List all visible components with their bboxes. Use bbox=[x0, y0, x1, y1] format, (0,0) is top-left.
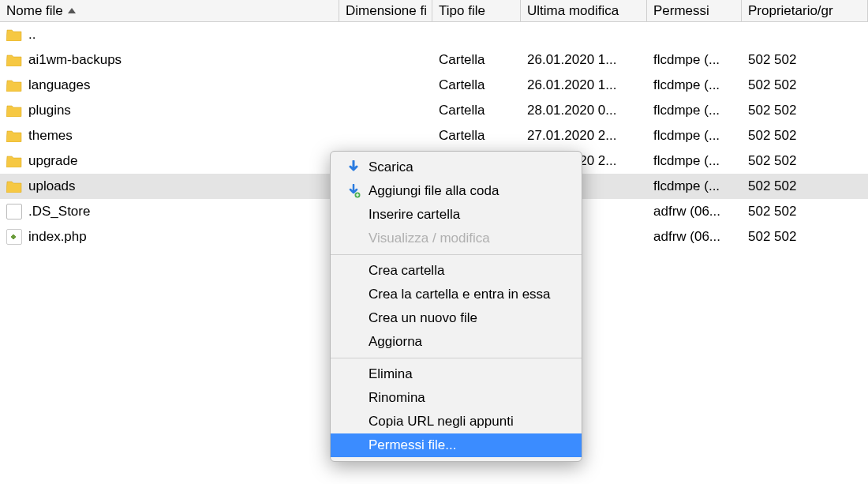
folder-icon bbox=[6, 54, 22, 66]
menu-label: Crea la cartella e entra in essa bbox=[369, 287, 551, 302]
menu-item-view-edit: Visualizza / modifica bbox=[331, 227, 582, 250]
file-name: languages bbox=[28, 77, 90, 93]
context-menu: Scarica Aggiungi file alla coda Inserire… bbox=[330, 151, 582, 462]
menu-item-create-folder[interactable]: Crea cartella bbox=[331, 259, 582, 283]
menu-item-enter-folder[interactable]: Inserire cartella bbox=[331, 203, 582, 227]
menu-separator bbox=[331, 358, 582, 358]
column-header-row[interactable]: Nome file Dimensione fi Tipo file Ultima… bbox=[0, 0, 868, 22]
file-name: .DS_Store bbox=[28, 204, 90, 219]
table-row[interactable]: plugins Cartella 28.01.2020 0... flcdmpe… bbox=[0, 98, 868, 123]
menu-item-refresh[interactable]: Aggiorna bbox=[331, 330, 582, 354]
column-header-owner[interactable]: Proprietario/gr bbox=[742, 0, 868, 22]
table-row[interactable]: ai1wm-backups Cartella 26.01.2020 1... f… bbox=[0, 47, 868, 73]
php-file-icon bbox=[6, 229, 22, 245]
file-icon bbox=[6, 204, 22, 219]
table-row[interactable]: themes Cartella 27.01.2020 2... flcdmpe … bbox=[0, 123, 868, 148]
column-header-size[interactable]: Dimensione fi bbox=[339, 0, 432, 22]
column-label: Nome file bbox=[6, 3, 63, 19]
menu-label: Aggiorna bbox=[369, 334, 422, 350]
folder-icon bbox=[6, 180, 22, 193]
folder-icon bbox=[6, 155, 22, 167]
menu-item-create-file[interactable]: Crea un nuovo file bbox=[331, 306, 582, 330]
column-header-name[interactable]: Nome file bbox=[0, 0, 339, 22]
menu-label: Crea un nuovo file bbox=[369, 310, 477, 326]
file-name: ai1wm-backups bbox=[28, 52, 122, 68]
file-name: themes bbox=[28, 128, 73, 144]
menu-item-download[interactable]: Scarica bbox=[331, 156, 582, 179]
menu-item-create-folder-enter[interactable]: Crea la cartella e entra in essa bbox=[331, 283, 582, 306]
sort-ascending-icon bbox=[68, 8, 76, 13]
table-row[interactable]: languages Cartella 26.01.2020 1... flcdm… bbox=[0, 73, 868, 98]
menu-item-add-queue[interactable]: Aggiungi file alla coda bbox=[331, 179, 582, 203]
folder-icon bbox=[6, 28, 22, 41]
menu-item-delete[interactable]: Elimina bbox=[331, 362, 582, 386]
folder-icon bbox=[6, 104, 22, 117]
menu-label: Visualizza / modifica bbox=[369, 231, 490, 246]
file-name: plugins bbox=[28, 103, 71, 118]
menu-separator bbox=[331, 254, 582, 255]
menu-label: Permessi file... bbox=[369, 437, 456, 453]
file-name: index.php bbox=[28, 229, 87, 245]
column-header-permissions[interactable]: Permessi bbox=[647, 0, 742, 22]
file-name: .. bbox=[28, 27, 36, 43]
menu-label: Rinomina bbox=[369, 390, 425, 406]
file-name: uploads bbox=[28, 178, 76, 194]
column-header-modified[interactable]: Ultima modifica bbox=[521, 0, 647, 22]
download-arrow-icon bbox=[346, 160, 361, 174]
menu-label: Crea cartella bbox=[369, 263, 444, 279]
menu-label: Elimina bbox=[369, 366, 413, 382]
folder-icon bbox=[6, 79, 22, 92]
file-name: upgrade bbox=[28, 153, 77, 169]
menu-label: Aggiungi file alla coda bbox=[369, 183, 499, 199]
column-header-type[interactable]: Tipo file bbox=[432, 0, 521, 22]
menu-item-file-permissions[interactable]: Permessi file... bbox=[331, 433, 582, 457]
table-row[interactable]: .. bbox=[0, 22, 868, 47]
menu-label: Inserire cartella bbox=[369, 207, 460, 223]
download-plus-icon bbox=[346, 184, 361, 198]
menu-label: Scarica bbox=[369, 159, 413, 175]
menu-label: Copia URL negli appunti bbox=[369, 414, 514, 430]
menu-item-copy-url[interactable]: Copia URL negli appunti bbox=[331, 410, 582, 433]
folder-icon bbox=[6, 129, 22, 142]
menu-item-rename[interactable]: Rinomina bbox=[331, 386, 582, 410]
